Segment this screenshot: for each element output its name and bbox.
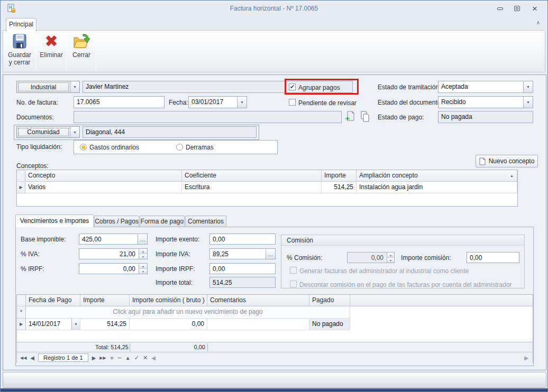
cell-pagado[interactable]: No pagado bbox=[309, 319, 350, 330]
importe-iva-field[interactable]: 89,25 … bbox=[209, 248, 276, 259]
nav-cancel-button[interactable]: ✕ bbox=[143, 354, 148, 361]
nav-edit-button[interactable]: ▲ bbox=[125, 355, 131, 361]
pendiente-revisar-checkbox[interactable] bbox=[289, 99, 296, 106]
scroll-right-button[interactable]: ▶ bbox=[524, 355, 528, 361]
industrial-dropdown-icon[interactable]: ▼ bbox=[70, 81, 79, 92]
nav-remove-button[interactable]: − bbox=[117, 354, 122, 362]
importe-irpf-label: Importe IRPF: bbox=[156, 265, 195, 273]
spin-up-icon[interactable]: ▲ bbox=[139, 264, 147, 268]
col-concepto[interactable]: Concepto bbox=[25, 170, 182, 182]
comunidad-selector-button[interactable]: Comunidad ▼ bbox=[16, 126, 80, 138]
add-document-icon bbox=[344, 111, 356, 123]
comunidad-dropdown-icon[interactable]: ▼ bbox=[70, 127, 79, 137]
col-importe-pago[interactable]: Importe bbox=[80, 295, 130, 306]
nav-prev-button[interactable]: ◀ bbox=[30, 355, 34, 361]
record-counter: Registro 1 de 1 bbox=[38, 353, 88, 362]
pct-irpf-spinner[interactable]: ▲▼ bbox=[139, 264, 147, 274]
spin-down-icon: ▼ bbox=[387, 257, 394, 263]
pct-iva-spinner[interactable]: ▲▼ bbox=[139, 249, 147, 259]
no-factura-label: No. de factura: bbox=[16, 99, 58, 106]
restore-button[interactable] bbox=[512, 4, 522, 13]
col-coeficiente[interactable]: Coeficiente bbox=[182, 170, 322, 182]
save-and-close-button[interactable]: Guardar y cerrar bbox=[5, 31, 34, 71]
tab-vencimientos[interactable]: Vencimientos e importes bbox=[15, 214, 94, 227]
radio-gastos-ordinarios-label: Gastos ordinarios bbox=[89, 144, 139, 151]
nuevo-concepto-button[interactable]: Nuevo concepto bbox=[476, 155, 538, 167]
cell-ampliacion[interactable]: Instalación agua jardin bbox=[357, 182, 517, 193]
pct-iva-field[interactable]: 21,00 ▲▼ bbox=[79, 248, 148, 259]
estado-documento-combo[interactable]: Recibido ▼ bbox=[438, 96, 533, 108]
close-form-button[interactable]: Cerrar bbox=[68, 31, 95, 71]
save-icon bbox=[11, 31, 28, 51]
estado-tramitacion-combo[interactable]: Aceptada ▼ bbox=[438, 81, 533, 93]
base-imponible-field[interactable]: 425,00 … bbox=[79, 234, 148, 245]
row-current-icon: ▶ bbox=[17, 319, 26, 330]
col-pagado[interactable]: Pagado bbox=[309, 295, 350, 306]
generar-facturas-label: Generar facturas del administrador al in… bbox=[299, 267, 469, 275]
pct-irpf-field[interactable]: 0,00 ▲▼ bbox=[79, 263, 148, 274]
estado-tramitacion-dropdown-icon[interactable]: ▼ bbox=[523, 81, 533, 92]
importe-iva-ellipsis-button[interactable]: … bbox=[266, 249, 275, 259]
pago-row[interactable]: ▶ 14/01/2017 ▼ 514,25 0,00 No pagado bbox=[17, 319, 533, 330]
delete-label: Eliminar bbox=[40, 51, 62, 59]
cell-importe[interactable]: 514,25 bbox=[322, 182, 357, 193]
spin-down-icon[interactable]: ▼ bbox=[139, 254, 147, 259]
tab-cobros-pagos[interactable]: Cobros / Pagos bbox=[94, 216, 139, 227]
estado-pago-label: Estado de pago: bbox=[378, 114, 424, 121]
importe-irpf-field[interactable]: 0,00 bbox=[209, 263, 276, 274]
new-row-hint[interactable]: Click aquí para añadir un nuevo vencimie… bbox=[26, 306, 350, 319]
cell-importe-comision[interactable]: 0,00 bbox=[130, 319, 207, 330]
documentos-field[interactable] bbox=[74, 111, 342, 123]
cell-importe-pago[interactable]: 514,25 bbox=[80, 319, 130, 330]
nav-first-button[interactable]: ◀◀ bbox=[20, 356, 26, 360]
descontar-comision-checkbox bbox=[290, 281, 297, 287]
ribbon-tab-principal[interactable]: Principal bbox=[6, 18, 36, 31]
ribbon-collapse-icon[interactable]: ∧ bbox=[536, 20, 540, 25]
copy-document-button[interactable] bbox=[359, 111, 371, 123]
conceptos-row[interactable]: ▶ Varios Escritura 514,25 Instalación ag… bbox=[17, 182, 517, 193]
fecha-dropdown-icon[interactable]: ▼ bbox=[237, 97, 246, 108]
importe-exento-field[interactable]: 0,00 bbox=[209, 234, 276, 245]
agrupar-pagos-checkbox[interactable]: ✔ bbox=[289, 83, 296, 90]
header-indicator-cell bbox=[17, 170, 25, 182]
nuevo-concepto-label: Nuevo concepto bbox=[489, 157, 535, 165]
radio-derramas[interactable] bbox=[176, 144, 183, 151]
cell-fecha-pago[interactable]: 14/01/2017 ▼ bbox=[26, 319, 80, 330]
cell-coeficiente[interactable]: Escritura bbox=[182, 182, 322, 193]
tab-comentarios[interactable]: Comentarios bbox=[185, 216, 226, 227]
scroll-left-button[interactable]: ◀ bbox=[151, 355, 156, 361]
fecha-combo[interactable]: 03/01/2017 ▼ bbox=[188, 96, 247, 108]
close-button[interactable]: ✕ bbox=[529, 4, 540, 13]
nav-next-button[interactable]: ▶ bbox=[92, 355, 96, 361]
estado-documento-label: Estado del documento: bbox=[378, 99, 443, 106]
spin-down-icon[interactable]: ▼ bbox=[139, 268, 147, 274]
ribbon-separator bbox=[96, 32, 96, 70]
col-comentarios[interactable]: Comentarios bbox=[207, 295, 309, 306]
estado-documento-dropdown-icon[interactable]: ▼ bbox=[523, 97, 533, 108]
delete-button[interactable]: ✖ Eliminar bbox=[38, 31, 65, 71]
col-importe-comision[interactable]: Importe comisión ( bruto ) bbox=[130, 295, 207, 306]
add-document-button[interactable] bbox=[344, 111, 356, 123]
col-ampliacion[interactable]: Ampliación concepto ▲ bbox=[357, 170, 517, 182]
radio-gastos-ordinarios[interactable] bbox=[80, 144, 87, 151]
cell-concepto[interactable]: Varios bbox=[25, 182, 182, 193]
spin-up-icon[interactable]: ▲ bbox=[139, 249, 147, 254]
importe-comision-field[interactable]: 0,00 bbox=[467, 252, 519, 263]
total-separator bbox=[207, 343, 208, 351]
fecha-pago-dropdown-icon[interactable]: ▼ bbox=[71, 319, 80, 330]
cell-comentarios[interactable] bbox=[207, 319, 309, 330]
nav-last-button[interactable]: ▶▶ bbox=[99, 356, 106, 360]
nav-add-button[interactable]: + bbox=[110, 354, 114, 362]
industrial-selector-button[interactable]: Industrial ▼ bbox=[16, 81, 80, 93]
col-fecha-pago[interactable]: Fecha de Pago bbox=[26, 295, 80, 306]
comunidad-field[interactable]: Diagonal, 444 bbox=[83, 126, 257, 138]
estado-pago-field: No pagada bbox=[438, 111, 533, 123]
minimize-button[interactable] bbox=[495, 4, 505, 13]
new-row[interactable]: * Click aquí para añadir un nuevo vencim… bbox=[17, 306, 533, 319]
tab-forma-pago[interactable]: Forma de pago bbox=[140, 216, 185, 227]
col-importe[interactable]: Importe bbox=[322, 170, 357, 182]
no-factura-field[interactable]: 17.0065 bbox=[74, 96, 165, 108]
nav-endedit-button[interactable]: ✓ bbox=[134, 354, 139, 361]
base-imponible-ellipsis-button[interactable]: … bbox=[138, 234, 147, 244]
minimize-icon bbox=[497, 7, 503, 10]
